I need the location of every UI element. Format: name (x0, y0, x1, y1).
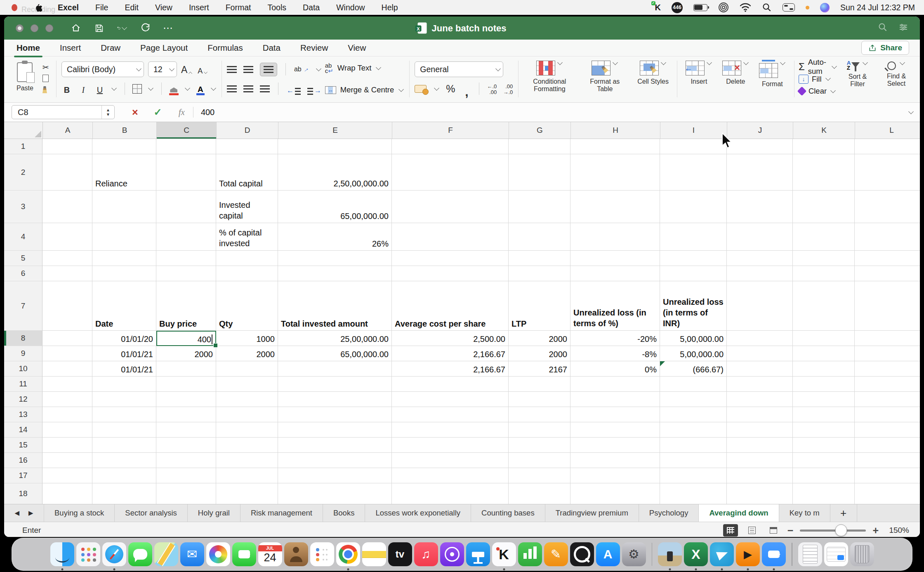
cell-B2[interactable]: Reliance (92, 154, 156, 191)
cell-L7[interactable] (855, 281, 920, 331)
dock-apple-tv-icon[interactable]: tv (388, 542, 412, 566)
apple-menu-icon[interactable] (33, 2, 42, 12)
cell-H3[interactable] (570, 191, 660, 223)
cell-B16[interactable] (92, 453, 156, 468)
sheet-tab-key-to-m[interactable]: Key to m (779, 504, 830, 522)
font-name-select[interactable]: Calibri (Body) (61, 61, 144, 77)
cell-B9[interactable]: 01/01/21 (92, 346, 156, 361)
dock-pages-icon[interactable]: ✎ (544, 542, 568, 566)
zoom-slider-thumb[interactable] (835, 525, 847, 537)
cell-E2[interactable]: 2,50,00,000.00 (278, 154, 392, 191)
cell-G4[interactable] (509, 223, 570, 251)
cell-B14[interactable] (92, 422, 156, 438)
menubar-badge[interactable]: 446 (672, 2, 683, 13)
cell-E15[interactable] (278, 438, 392, 453)
cell-H5[interactable] (570, 251, 660, 266)
autosum-button[interactable]: ΣAuto-sum (799, 61, 837, 73)
column-header-F[interactable]: F (392, 122, 509, 139)
cell-J5[interactable] (727, 251, 793, 266)
increase-indent-button[interactable]: → (307, 82, 321, 95)
column-header-K[interactable]: K (793, 122, 855, 139)
cell-I6[interactable] (660, 266, 727, 281)
cell-B8[interactable]: 01/01/20 (92, 331, 156, 346)
menubar-clock[interactable]: Sun 24 Jul 12:32 PM (840, 3, 915, 12)
page-break-view-button[interactable] (766, 524, 781, 537)
row-header-1[interactable]: 1 (4, 139, 42, 154)
cell-I14[interactable] (660, 422, 727, 438)
cell-F17[interactable] (392, 468, 509, 483)
cell-E5[interactable] (278, 251, 392, 266)
cell-H17[interactable] (570, 468, 660, 483)
cell-K2[interactable] (793, 154, 855, 191)
row-header-3[interactable]: 3 (4, 191, 42, 223)
confirm-entry-button[interactable]: ✓ (154, 106, 162, 118)
cell-D1[interactable] (216, 139, 278, 154)
keka-menubar-icon[interactable]: K✓ (655, 3, 661, 12)
menu-tools[interactable]: Tools (267, 3, 286, 12)
cell-D18[interactable] (216, 483, 278, 504)
cell-L3[interactable] (855, 191, 920, 223)
cell-J4[interactable] (727, 223, 793, 251)
cell-L18[interactable] (855, 483, 920, 504)
search-icon[interactable] (878, 22, 888, 34)
cell-A9[interactable] (42, 346, 92, 361)
cell-G5[interactable] (509, 251, 570, 266)
cell-G17[interactable] (509, 468, 570, 483)
cell-F4[interactable] (392, 223, 509, 251)
zoom-out-button[interactable]: − (787, 525, 794, 537)
cell-H7[interactable]: Unrealized loss (in terms of %) (570, 281, 660, 331)
cell-H18[interactable] (570, 483, 660, 504)
dock-video-player-icon[interactable]: ▶ (736, 542, 760, 566)
fill-button[interactable]: ↓Fill (799, 73, 837, 85)
save-icon[interactable] (94, 23, 104, 33)
cell-D13[interactable] (216, 407, 278, 422)
cell-A8[interactable] (42, 331, 92, 346)
cell-A5[interactable] (42, 251, 92, 266)
cell-G2[interactable] (509, 154, 570, 191)
ribbon-tab-insert[interactable]: Insert (59, 41, 82, 54)
delete-cells-button[interactable]: × Delete (719, 60, 752, 86)
cell-A15[interactable] (42, 438, 92, 453)
cell-E10[interactable] (278, 361, 392, 377)
cell-A1[interactable] (42, 139, 92, 154)
zoom-slider[interactable] (800, 530, 866, 532)
undo-dropdown-icon[interactable] (122, 25, 127, 30)
cell-A14[interactable] (42, 422, 92, 438)
cell-E4[interactable]: 26% (278, 223, 392, 251)
comma-style-button[interactable] (461, 82, 472, 95)
cell-G13[interactable] (509, 407, 570, 422)
cell-I3[interactable] (660, 191, 727, 223)
cell-L1[interactable] (855, 139, 920, 154)
cell-A17[interactable] (42, 468, 92, 483)
cell-B1[interactable] (92, 139, 156, 154)
cell-B7[interactable]: Date (92, 281, 156, 331)
cell-F16[interactable] (392, 453, 509, 468)
row-header-18[interactable]: 18 (4, 483, 42, 504)
cell-F7[interactable]: Average cost per share (392, 281, 509, 331)
cell-A16[interactable] (42, 453, 92, 468)
spotlight-icon[interactable] (762, 2, 772, 12)
cell-D15[interactable] (216, 438, 278, 453)
dock-podcasts-icon[interactable] (440, 542, 464, 566)
cell-C17[interactable] (156, 468, 216, 483)
font-color-button[interactable]: A (196, 82, 205, 95)
cell-C9[interactable]: 2000 (156, 346, 216, 361)
row-header-11[interactable]: 11 (4, 377, 42, 392)
cell-D12[interactable] (216, 392, 278, 407)
battery-icon[interactable] (693, 4, 707, 11)
cell-J6[interactable] (727, 266, 793, 281)
cell-B11[interactable] (92, 377, 156, 392)
page-layout-view-button[interactable] (745, 524, 759, 537)
font-color-dropdown-icon[interactable] (211, 85, 216, 91)
cell-B4[interactable] (92, 223, 156, 251)
cell-I1[interactable] (660, 139, 727, 154)
row-header-2[interactable]: 2 (4, 154, 42, 191)
orientation-dropdown-icon[interactable] (316, 66, 321, 71)
cell-D3[interactable]: Invested capital (216, 191, 278, 223)
column-header-C[interactable]: C (157, 122, 217, 139)
row-header-8[interactable]: 8 (4, 331, 42, 346)
formula-bar-expand-icon[interactable] (908, 109, 914, 114)
cell-D5[interactable] (216, 251, 278, 266)
cell-K8[interactable] (793, 331, 855, 346)
row-header-6[interactable]: 6 (4, 266, 42, 281)
